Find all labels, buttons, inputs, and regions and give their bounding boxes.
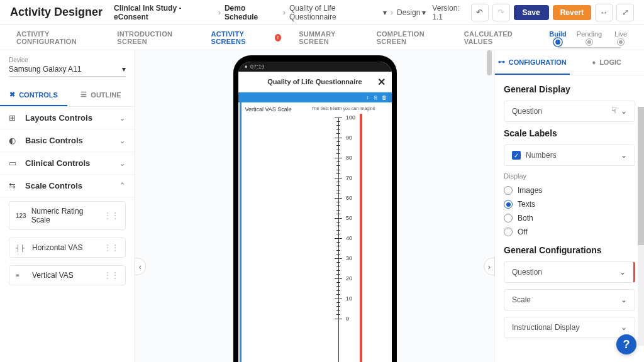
- control-numeric-rating-scale[interactable]: 123 Numeric Rating Scale ⋮⋮: [9, 201, 126, 230]
- vas-tick: [336, 150, 340, 150]
- chevron-right-icon: ›: [283, 8, 286, 17]
- vas-tick: [336, 230, 340, 231]
- vas-tick: [335, 198, 342, 199]
- key-icon: ⊶: [498, 58, 505, 66]
- layout-icon: ⊞: [9, 113, 19, 123]
- stage-build[interactable]: Build: [549, 30, 567, 38]
- crumb-0[interactable]: Clinical Ink Study - eConsent: [114, 4, 214, 21]
- revert-button[interactable]: Revert: [553, 5, 591, 20]
- vvas-icon: ≡: [16, 272, 27, 279]
- alert-icon: !: [275, 34, 281, 41]
- vas-tick: [336, 302, 340, 303]
- vas-tick-label: 10: [346, 295, 352, 302]
- control-vertical-vas[interactable]: ≡ Vertical VAS ⋮⋮: [9, 265, 126, 285]
- tab-configuration[interactable]: ⊶CONFIGURATION: [495, 50, 570, 75]
- drag-handle-icon[interactable]: ⋮⋮: [104, 271, 119, 280]
- reorder-icon[interactable]: ↕: [367, 95, 372, 100]
- chevron-down-icon: ▾: [422, 8, 426, 17]
- copy-icon[interactable]: ⎘: [374, 95, 379, 100]
- redo-button[interactable]: ↷: [492, 4, 510, 21]
- vas-tick: [336, 133, 340, 134]
- right-scrollbar[interactable]: [638, 107, 644, 346]
- device-select[interactable]: Samsung Galaxy A11▾: [9, 65, 126, 77]
- group-basic-controls[interactable]: ◐ Basic Controls ⌄: [0, 129, 135, 152]
- stage-live[interactable]: Live: [614, 30, 627, 38]
- chevron-up-icon: ⌃: [119, 181, 126, 190]
- vas-tick-label: 50: [346, 215, 352, 221]
- vas-tick: [336, 274, 340, 275]
- numeric-icon: 123: [16, 212, 26, 219]
- radio-texts[interactable]: Texts: [504, 197, 635, 211]
- vas-tick: [336, 214, 340, 214]
- canvas-scrollbar[interactable]: [487, 50, 492, 362]
- checkbox-checked-icon[interactable]: ✓: [512, 151, 521, 160]
- save-button[interactable]: Save: [514, 5, 549, 20]
- collapse-left-button[interactable]: ‹: [135, 258, 146, 275]
- vas-tick: [336, 242, 340, 243]
- tab-introduction-screen[interactable]: INTRODUCTION SCREEN: [108, 23, 202, 53]
- accordion-gen-scale[interactable]: Scale⌄: [504, 289, 635, 310]
- chevron-down-icon: ⌄: [621, 295, 627, 304]
- tab-outline[interactable]: ☰OUTLINE: [67, 84, 135, 106]
- canvas: ‹ › ● 07:19 Quality of Life Questionnair…: [135, 50, 494, 362]
- breadcrumb: Clinical Ink Study - eConsent › Demo Sch…: [114, 4, 471, 21]
- radio-images[interactable]: Images: [504, 184, 635, 197]
- crumb-3[interactable]: Design ▾: [397, 8, 426, 17]
- accordion-gen-instructional[interactable]: Instructional Display⌄: [504, 317, 635, 338]
- vas-slider-track[interactable]: [360, 114, 362, 362]
- cursor-icon: ☟: [611, 105, 617, 115]
- stage-pending[interactable]: Pending: [577, 30, 602, 38]
- tab-activity-screens[interactable]: ACTIVITY SCREENS!: [203, 23, 291, 53]
- close-icon[interactable]: ✕: [377, 76, 386, 88]
- collapse-right-button[interactable]: ›: [484, 258, 495, 275]
- section-general-configurations: General Configurations: [504, 245, 635, 255]
- display-label: Display: [504, 172, 635, 180]
- control-horizontal-vas[interactable]: ┤├ Horizontal VAS ⋮⋮: [9, 238, 126, 258]
- radio-off[interactable]: Off: [504, 225, 635, 239]
- device-label: Device: [9, 57, 126, 63]
- chevron-down-icon: ⌄: [119, 113, 126, 123]
- tab-logic[interactable]: ♦LOGIC: [570, 50, 645, 75]
- crumb-1[interactable]: Demo Schedule: [225, 4, 279, 21]
- vas-tick-label: 80: [346, 155, 352, 161]
- vas-tick-label: 30: [346, 255, 352, 261]
- accordion-numbers[interactable]: ✓Numbers ⌄: [504, 145, 635, 166]
- drag-handle-icon[interactable]: ⋮⋮: [104, 211, 119, 220]
- vas-tick: [335, 258, 342, 259]
- vas-tick-label: 60: [346, 195, 352, 201]
- undo-button[interactable]: ↶: [471, 4, 489, 21]
- right-panel: ⊶CONFIGURATION ♦LOGIC General Display Qu…: [494, 50, 644, 362]
- device-preview: ● 07:19 Quality of Life Questionnaire ✕ …: [233, 55, 397, 362]
- fullscreen-button[interactable]: ⤢: [616, 4, 634, 21]
- vas-tick: [336, 202, 340, 202]
- main-tabs: ACTIVITY CONFIGURATION INTRODUCTION SCRE…: [8, 23, 542, 53]
- accordion-question[interactable]: Question ☟ ⌄: [504, 101, 635, 122]
- chevron-down-icon: ▾: [122, 65, 126, 74]
- section-scale-labels: Scale Labels: [504, 128, 635, 138]
- vas-tick: [335, 238, 342, 239]
- vas-tick: [336, 254, 340, 255]
- tab-completion-screen[interactable]: COMPLETION SCREEN: [368, 23, 455, 53]
- vas-tick: [336, 226, 340, 226]
- tab-controls[interactable]: ✖CONTROLS: [0, 84, 67, 106]
- tab-calculated-values[interactable]: CALCULATED VALUES: [455, 23, 542, 53]
- accordion-gen-question[interactable]: Question⌄: [504, 261, 635, 283]
- bulb-icon: ♦: [592, 58, 596, 66]
- phone-statusbar: ● 07:19: [238, 62, 392, 72]
- expand-h-button[interactable]: ↔: [595, 4, 613, 21]
- group-clinical-controls[interactable]: ▭ Clinical Controls ⌄: [0, 152, 135, 175]
- tab-activity-configuration[interactable]: ACTIVITY CONFIGURATION: [8, 23, 108, 53]
- vas-tick: [336, 206, 340, 206]
- group-scale-controls[interactable]: ⇆ Scale Controls ⌃: [0, 175, 135, 197]
- chevron-down-icon: ⌄: [119, 158, 126, 168]
- vas-tick-label: 40: [346, 235, 352, 241]
- tab-summary-screen[interactable]: SUMMARY SCREEN: [290, 23, 367, 53]
- delete-icon[interactable]: 🗑: [382, 95, 387, 100]
- list-icon: ☰: [80, 90, 87, 99]
- drag-handle-icon[interactable]: ⋮⋮: [104, 243, 119, 252]
- crumb-2[interactable]: Quality of Life Questionnaire ▾: [289, 4, 387, 21]
- vas-scale[interactable]: 1009080706050403020100: [325, 114, 362, 362]
- group-layouts-controls[interactable]: ⊞ Layouts Controls ⌄: [0, 107, 135, 129]
- radio-both[interactable]: Both: [504, 211, 635, 225]
- help-button[interactable]: ?: [616, 334, 636, 354]
